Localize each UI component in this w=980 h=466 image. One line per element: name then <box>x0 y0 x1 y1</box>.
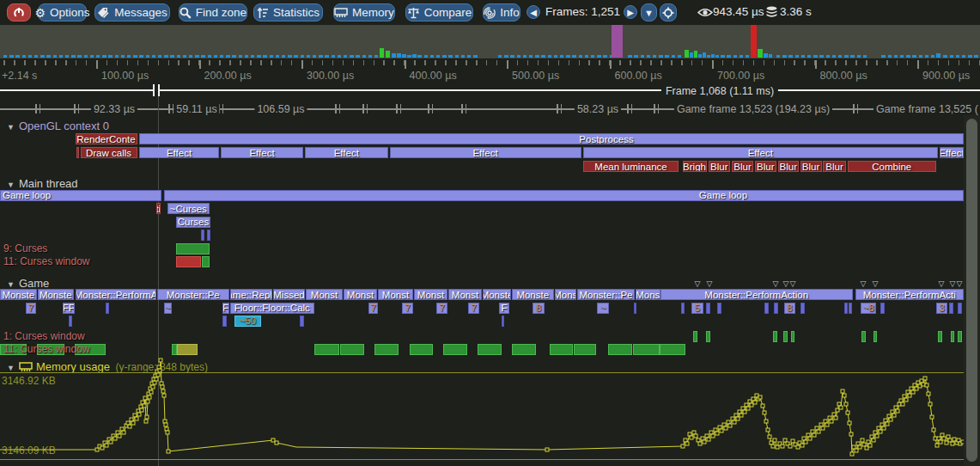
zone[interactable] <box>773 331 777 342</box>
zone[interactable]: Mons <box>636 289 660 300</box>
thread-header-opengl-context-0[interactable]: ▼OpenGL context 0 <box>7 120 109 132</box>
zone[interactable] <box>681 303 685 314</box>
zone[interactable] <box>410 344 434 355</box>
zone[interactable] <box>69 316 72 327</box>
zone[interactable]: RenderConte <box>76 133 137 144</box>
zone[interactable] <box>176 243 210 254</box>
zone[interactable] <box>873 331 878 342</box>
zone[interactable] <box>574 344 597 355</box>
frame-histogram[interactable] <box>0 25 980 58</box>
zone[interactable]: Monste <box>512 289 554 300</box>
zone[interactable]: Draw calls <box>81 147 137 158</box>
zone[interactable]: Missed <box>273 289 305 300</box>
info-button[interactable]: Info <box>483 3 520 21</box>
zone[interactable] <box>201 230 204 241</box>
zone[interactable]: 5 <box>691 303 703 314</box>
zone[interactable]: Monster::Pe <box>157 289 229 300</box>
zone[interactable]: Mean luminance <box>583 161 679 172</box>
zone[interactable]: Game loop <box>164 190 965 201</box>
zone[interactable]: Blur <box>823 161 846 172</box>
zone[interactable] <box>693 331 697 342</box>
zone[interactable]: ~50 <box>234 316 262 327</box>
next-frame-button[interactable]: ▶ <box>624 5 637 19</box>
zone[interactable]: FF <box>63 303 76 314</box>
zone[interactable] <box>706 331 710 342</box>
zone[interactable] <box>660 344 685 355</box>
zone[interactable]: Monst <box>344 289 377 300</box>
memory-button[interactable]: Memory <box>333 3 395 21</box>
zoom-out-button[interactable]: ▼ <box>641 3 657 21</box>
zone[interactable] <box>764 303 769 314</box>
zone[interactable] <box>951 331 955 342</box>
power-button[interactable] <box>7 3 31 21</box>
zone[interactable]: ~Curses <box>167 203 210 214</box>
zone[interactable]: Monster::PerformActi <box>855 289 965 300</box>
zone[interactable]: Effect <box>940 147 964 158</box>
zone[interactable] <box>706 303 710 314</box>
zone[interactable]: Monster::Pe <box>577 289 635 300</box>
zone[interactable] <box>502 316 505 327</box>
zone[interactable] <box>608 344 633 355</box>
zone[interactable] <box>340 344 364 355</box>
zone[interactable]: F <box>499 303 509 314</box>
zone[interactable]: Effect <box>390 147 581 158</box>
zone[interactable]: 8 <box>784 303 796 314</box>
zone[interactable]: Monster::PerformA <box>76 289 156 300</box>
zone[interactable]: Monst <box>306 289 343 300</box>
zone[interactable]: 7 <box>26 303 37 314</box>
zone[interactable] <box>844 303 848 314</box>
zone[interactable]: Floor::Floor::Calc <box>230 303 315 314</box>
zone[interactable]: Blur <box>709 161 731 172</box>
zone[interactable]: Monste <box>483 289 511 300</box>
zone[interactable] <box>861 331 866 342</box>
zone[interactable]: 7 <box>368 303 378 314</box>
zone[interactable]: Monst <box>414 289 447 300</box>
zone[interactable] <box>774 303 778 314</box>
zone[interactable] <box>633 344 660 355</box>
zone[interactable]: Effect <box>139 147 219 158</box>
zone[interactable] <box>783 331 788 342</box>
scrollbar-thumb[interactable] <box>966 119 977 462</box>
zone[interactable] <box>222 316 227 327</box>
goto-frame-button[interactable] <box>660 3 677 21</box>
zone[interactable]: Blur <box>800 161 822 172</box>
zone[interactable] <box>958 331 962 342</box>
zone[interactable] <box>177 344 198 355</box>
options-button[interactable]: ⚙ Options <box>38 3 87 21</box>
zone[interactable]: Monst <box>378 289 413 300</box>
zone[interactable]: Brigh <box>683 161 707 172</box>
zone[interactable]: ~ <box>164 303 172 314</box>
zone[interactable] <box>849 303 853 314</box>
compare-button[interactable]: Compare <box>405 3 473 21</box>
statistics-button[interactable]: Statistics <box>253 3 323 21</box>
collapse-icon[interactable]: ▼ <box>7 364 15 372</box>
zone[interactable] <box>176 256 201 267</box>
zone[interactable] <box>634 303 636 314</box>
zone[interactable] <box>207 230 211 241</box>
zone[interactable]: 7 <box>402 303 413 314</box>
zone[interactable] <box>791 331 795 342</box>
zone[interactable]: ti <box>156 203 161 214</box>
zone[interactable]: Effect <box>305 147 388 158</box>
zone[interactable] <box>512 344 536 355</box>
messages-button[interactable]: Messages <box>94 3 170 21</box>
zone[interactable]: Blur <box>778 161 800 172</box>
zone[interactable]: Monste <box>0 289 37 300</box>
thread-header-game[interactable]: ▼Game <box>7 277 49 290</box>
zone[interactable]: 8 <box>533 303 545 314</box>
zone[interactable]: Monst <box>448 289 482 300</box>
zone[interactable]: Blur <box>732 161 753 172</box>
zone[interactable] <box>880 303 885 314</box>
zone[interactable]: 3 <box>936 303 947 314</box>
zone[interactable] <box>374 344 399 355</box>
zone[interactable] <box>202 256 210 267</box>
zone[interactable] <box>958 303 962 314</box>
zone[interactable]: Blur <box>755 161 776 172</box>
zone[interactable]: Monste <box>38 289 75 300</box>
zone[interactable]: ~ <box>597 303 609 314</box>
zone[interactable] <box>550 344 574 355</box>
zone[interactable] <box>949 303 953 314</box>
zone[interactable]: F <box>222 303 229 314</box>
zone[interactable] <box>300 316 304 327</box>
collapse-icon[interactable]: ▼ <box>7 123 15 132</box>
